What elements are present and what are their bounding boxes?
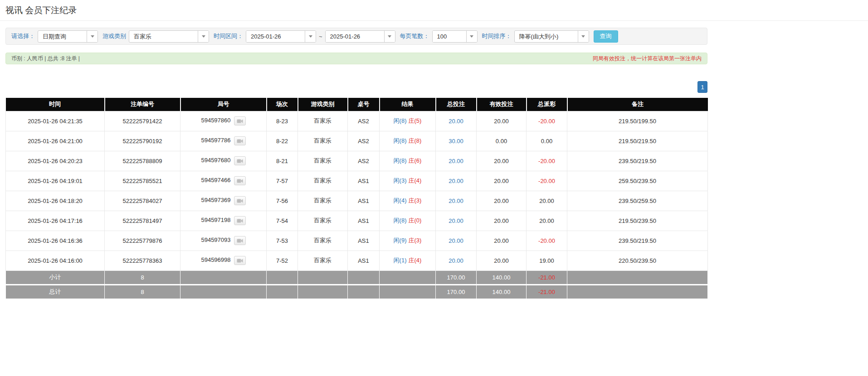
page-size-input[interactable] <box>433 31 466 42</box>
video-replay-button[interactable] <box>234 156 246 165</box>
total-bet-link[interactable]: 20.00 <box>449 217 463 224</box>
total-bet-link[interactable]: 20.00 <box>449 158 463 164</box>
time-sort-select[interactable]: 降幂(由大到小) <box>514 30 589 43</box>
table-row: 2025-01-26 04:19:01 522225785521 5945974… <box>6 171 708 191</box>
currency-summary-text: 币别 : 人民币 | 总共 :8 注单 | <box>11 55 80 63</box>
result-player: 闲(8) <box>394 117 407 124</box>
query-type-value: 日期查询 <box>38 31 87 42</box>
video-camera-icon <box>237 178 243 183</box>
date-from-input[interactable] <box>246 31 305 42</box>
cell-round: 594597786 <box>180 131 267 151</box>
total-bet-link[interactable]: 20.00 <box>449 118 463 125</box>
date-from-picker[interactable] <box>246 30 316 43</box>
col-header-bet-id: 注单编号 <box>105 98 180 111</box>
cell-valid-bet: 20.00 <box>477 151 527 171</box>
video-replay-button[interactable] <box>234 216 246 225</box>
total-count: 8 <box>105 284 180 299</box>
game-type-label: 游戏类别 <box>102 32 126 40</box>
video-replay-button[interactable] <box>234 116 246 125</box>
video-replay-button[interactable] <box>234 136 246 145</box>
cell-total-bet: 20.00 <box>436 211 477 231</box>
video-camera-icon <box>237 139 243 144</box>
video-replay-button[interactable] <box>234 176 246 185</box>
time-sort-value: 降幂(由大到小) <box>515 31 578 42</box>
page-size-label: 每页笔数： <box>400 32 429 40</box>
chevron-down-icon <box>384 31 395 42</box>
cell-bet-id: 522225778363 <box>105 251 180 270</box>
game-type-select[interactable]: 百家乐 <box>129 30 209 43</box>
round-number: 594596998 <box>201 256 230 263</box>
total-bet-link[interactable]: 20.00 <box>449 237 463 244</box>
cell-game: 百家乐 <box>298 171 348 191</box>
video-camera-icon <box>237 218 243 223</box>
subtotal-valid-bet: 140.00 <box>477 270 527 284</box>
cell-session: 7-52 <box>267 251 298 270</box>
cell-round: 594597680 <box>180 151 267 171</box>
date-range-separator: ~ <box>319 33 322 40</box>
cell-result: 闲(3)庄(4) <box>380 171 436 191</box>
date-to-input[interactable] <box>326 31 384 42</box>
cell-remark: 239.50/259.50 <box>567 191 708 211</box>
result-player: 闲(9) <box>394 237 407 244</box>
col-header-table-no: 桌号 <box>348 98 380 111</box>
cell-bet-id: 522225790192 <box>105 131 180 151</box>
cell-payout: 0.00 <box>527 131 567 151</box>
result-player: 闲(4) <box>394 197 407 204</box>
cell-session: 8-21 <box>267 151 298 171</box>
video-replay-button[interactable] <box>234 256 246 265</box>
cell-time: 2025-01-26 04:21:35 <box>6 111 105 131</box>
cell-valid-bet: 0.00 <box>477 131 527 151</box>
total-bet-link[interactable]: 20.00 <box>449 257 463 264</box>
cell-table-no: AS2 <box>348 111 380 131</box>
cell-total-bet: 20.00 <box>436 231 477 251</box>
subtotal-label: 小计 <box>6 270 105 284</box>
col-header-valid-bet: 有效投注 <box>477 98 527 111</box>
main-content: 请选择： 日期查询 游戏类别 百家乐 时间区间： ~ 每页笔数： 时间排序： 降… <box>5 28 707 376</box>
cell-remark: 219.50/239.50 <box>567 211 708 231</box>
cell-time: 2025-01-26 04:18:20 <box>6 191 105 211</box>
cell-total-bet: 30.00 <box>436 131 477 151</box>
cell-valid-bet: 20.00 <box>477 171 527 191</box>
table-row: 2025-01-26 04:18:20 522225784027 5945973… <box>6 191 708 211</box>
video-camera-icon <box>237 198 243 203</box>
date-to-picker[interactable] <box>325 30 395 43</box>
total-bet-link[interactable]: 20.00 <box>449 178 463 184</box>
search-button[interactable]: 查询 <box>594 30 618 43</box>
table-row: 2025-01-26 04:16:00 522225778363 5945969… <box>6 251 708 270</box>
cell-remark: 239.50/219.50 <box>567 231 708 251</box>
query-type-select[interactable]: 日期查询 <box>38 30 98 43</box>
video-replay-button[interactable] <box>234 196 246 205</box>
total-bet-link[interactable]: 20.00 <box>449 198 463 204</box>
page-size-select[interactable] <box>432 30 478 43</box>
cell-bet-id: 522225784027 <box>105 191 180 211</box>
cell-bet-id: 522225791422 <box>105 111 180 131</box>
cell-time: 2025-01-26 04:16:36 <box>6 231 105 251</box>
subtotal-payout: -21.00 <box>527 270 567 284</box>
page-number-button[interactable]: 1 <box>697 81 707 93</box>
total-row: 总计 8 170.00 140.00 -21.00 <box>6 284 708 299</box>
date-range-label: 时间区间： <box>214 32 243 40</box>
round-number: 594597786 <box>201 137 230 144</box>
cell-time: 2025-01-26 04:17:16 <box>6 211 105 231</box>
table-row: 2025-01-26 04:21:00 522225790192 5945977… <box>6 131 708 151</box>
cell-bet-id: 522225788809 <box>105 151 180 171</box>
cell-table-no: AS2 <box>348 131 380 151</box>
cell-result: 闲(8)庄(0) <box>380 211 436 231</box>
cell-result: 闲(8)庄(5) <box>380 111 436 131</box>
cell-valid-bet: 20.00 <box>477 251 527 270</box>
cell-table-no: AS1 <box>348 211 380 231</box>
cell-bet-id: 522225785521 <box>105 171 180 191</box>
cell-game: 百家乐 <box>298 191 348 211</box>
video-camera-icon <box>237 238 243 243</box>
col-header-time: 时间 <box>6 98 105 111</box>
subtotal-count: 8 <box>105 270 180 284</box>
result-banker: 庄(8) <box>409 137 422 144</box>
cell-time: 2025-01-26 04:21:00 <box>6 131 105 151</box>
cell-valid-bet: 20.00 <box>477 191 527 211</box>
cell-total-bet: 20.00 <box>436 111 477 131</box>
total-payout: -21.00 <box>527 284 567 299</box>
video-replay-button[interactable] <box>234 236 246 245</box>
cell-round: 594597198 <box>180 211 267 231</box>
total-bet-link[interactable]: 30.00 <box>449 138 463 145</box>
query-type-label: 请选择： <box>11 32 35 40</box>
